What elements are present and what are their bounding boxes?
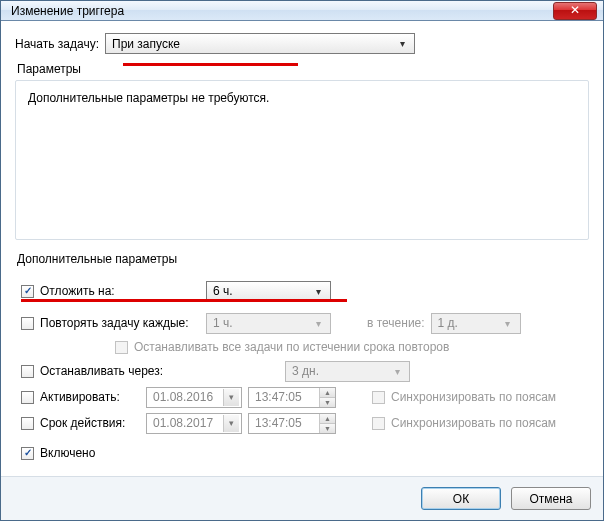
delay-value: 6 ч. — [213, 284, 310, 298]
stop-after-value: 3 дн. — [292, 364, 389, 378]
begin-task-combo[interactable]: При запуске ▾ — [105, 33, 415, 54]
content-area: Начать задачу: При запуске ▾ Параметры Д… — [1, 21, 603, 476]
cancel-button-label: Отмена — [529, 492, 572, 506]
repeat-for-label: в течение: — [367, 316, 425, 330]
close-icon: ✕ — [570, 3, 580, 17]
stop-after-checkbox[interactable] — [21, 365, 34, 378]
activate-sync-label: Синхронизировать по поясам — [391, 390, 556, 404]
repeat-checkbox[interactable] — [21, 317, 34, 330]
expire-date-input[interactable]: 01.08.2017 ▾ — [146, 413, 242, 434]
highlight-underline — [123, 63, 298, 66]
chevron-down-icon: ▾ — [389, 366, 405, 377]
stop-after-label: Останавливать через: — [40, 364, 200, 378]
stop-all-checkbox[interactable] — [115, 341, 128, 354]
begin-task-label: Начать задачу: — [15, 37, 99, 51]
cancel-button[interactable]: Отмена — [511, 487, 591, 510]
expire-date-value: 01.08.2017 — [153, 416, 213, 430]
stop-all-label: Останавливать все задачи по истечении ср… — [134, 340, 449, 354]
enabled-label: Включено — [40, 446, 95, 460]
repeat-label: Повторять задачу каждые: — [40, 316, 200, 330]
activate-label: Активировать: — [40, 390, 140, 404]
activate-date-value: 01.08.2016 — [153, 390, 213, 404]
activate-sync-checkbox[interactable] — [372, 391, 385, 404]
expire-label: Срок действия: — [40, 416, 140, 430]
expire-time-input[interactable]: 13:47:05 ▲▼ — [248, 413, 336, 434]
window-title: Изменение триггера — [11, 4, 124, 18]
activate-checkbox[interactable] — [21, 391, 34, 404]
begin-task-value: При запуске — [112, 37, 394, 51]
activate-time-value: 13:47:05 — [255, 390, 302, 404]
calendar-icon[interactable]: ▾ — [223, 415, 239, 432]
titlebar: Изменение триггера ✕ — [1, 1, 603, 21]
chevron-down-icon: ▾ — [394, 38, 410, 49]
activate-time-input[interactable]: 13:47:05 ▲▼ — [248, 387, 336, 408]
repeat-interval-combo[interactable]: 1 ч. ▾ — [206, 313, 331, 334]
expire-sync-label: Синхронизировать по поясам — [391, 416, 556, 430]
enabled-checkbox[interactable] — [21, 447, 34, 460]
chevron-down-icon: ▾ — [310, 318, 326, 329]
delay-checkbox[interactable] — [21, 285, 34, 298]
activate-date-input[interactable]: 01.08.2016 ▾ — [146, 387, 242, 408]
calendar-icon[interactable]: ▾ — [223, 389, 239, 406]
params-legend: Параметры — [17, 62, 589, 76]
repeat-duration-combo[interactable]: 1 д. ▾ — [431, 313, 521, 334]
repeat-duration-value: 1 д. — [438, 316, 500, 330]
highlight-underline-2 — [21, 299, 347, 302]
no-params-message: Дополнительные параметры не требуются. — [28, 91, 576, 105]
chevron-down-icon: ▾ — [310, 286, 326, 297]
expire-sync-checkbox[interactable] — [372, 417, 385, 430]
repeat-interval-value: 1 ч. — [213, 316, 310, 330]
expire-checkbox[interactable] — [21, 417, 34, 430]
stop-after-value-combo[interactable]: 3 дн. ▾ — [285, 361, 410, 382]
basic-params-box: Дополнительные параметры не требуются. — [15, 80, 589, 240]
chevron-down-icon: ▾ — [500, 318, 516, 329]
dialog-buttons: ОК Отмена — [1, 476, 603, 520]
time-spinner[interactable]: ▲▼ — [319, 388, 335, 407]
ok-button-label: ОК — [453, 492, 469, 506]
delay-label: Отложить на: — [40, 284, 200, 298]
dialog-edit-trigger: Изменение триггера ✕ Начать задачу: При … — [0, 0, 604, 521]
ok-button[interactable]: ОК — [421, 487, 501, 510]
expire-time-value: 13:47:05 — [255, 416, 302, 430]
time-spinner[interactable]: ▲▼ — [319, 414, 335, 433]
advanced-legend: Дополнительные параметры — [17, 252, 589, 266]
close-button[interactable]: ✕ — [553, 2, 597, 20]
